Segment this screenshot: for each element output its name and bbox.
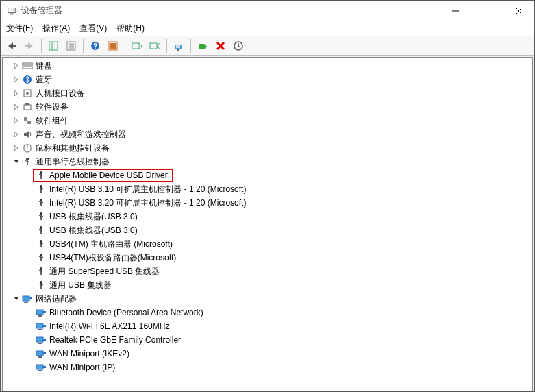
update-driver-button[interactable]: [171, 38, 187, 54]
tree-label: USB4(TM) 主机路由器 (Microsoft): [49, 238, 173, 250]
svg-rect-21: [132, 43, 139, 49]
svg-rect-39: [27, 121, 31, 124]
chevron-right-icon[interactable]: [12, 130, 21, 138]
tree-category-mouse[interactable]: 鼠标和其他指针设备: [3, 141, 532, 155]
chevron-right-icon[interactable]: [12, 117, 21, 125]
tree-item-intel-wifi[interactable]: Intel(R) Wi-Fi 6E AX211 160MHz: [16, 319, 532, 333]
tree-item-usb4-root[interactable]: USB4(TM)根设备路由器(Microsoft): [16, 251, 532, 265]
svg-rect-95: [43, 352, 46, 354]
tree-label: USB4(TM)根设备路由器(Microsoft): [49, 252, 176, 264]
svg-point-35: [26, 92, 29, 95]
tree-label: WAN Miniport (IP): [49, 363, 115, 372]
chevron-right-icon[interactable]: [12, 62, 21, 70]
tree-category-bluetooth[interactable]: 蓝牙: [3, 73, 532, 86]
usb-icon: [36, 211, 47, 222]
scan-changes-button[interactable]: [230, 38, 247, 54]
svg-rect-87: [36, 323, 43, 328]
tree-category-software-devices[interactable]: 软件设备: [3, 100, 532, 114]
svg-rect-93: [36, 351, 43, 356]
tree-item-superspeed-hub[interactable]: 通用 SuperSpeed USB 集线器: [16, 265, 532, 278]
svg-rect-11: [49, 42, 58, 50]
network-adapter-icon: [36, 321, 47, 332]
chevron-down-icon[interactable]: [12, 158, 21, 166]
network-adapter-icon: [36, 348, 47, 359]
minimize-button[interactable]: [440, 1, 471, 21]
add-legacy-button[interactable]: [147, 38, 163, 54]
toolbar: ?: [1, 36, 534, 56]
forward-button[interactable]: [21, 38, 38, 54]
svg-rect-82: [24, 302, 28, 303]
tree-category-sound[interactable]: 声音、视频和游戏控制器: [3, 127, 532, 141]
close-button[interactable]: [503, 1, 534, 21]
tree-item-intel-usb310[interactable]: Intel(R) USB 3.10 可扩展主机控制器 - 1.20 (Micro…: [16, 182, 532, 196]
uninstall-device-button[interactable]: [212, 38, 229, 54]
back-button[interactable]: [3, 38, 20, 54]
usb-icon: [36, 225, 47, 236]
chevron-right-icon[interactable]: [12, 75, 21, 84]
usb-icon: [36, 266, 47, 277]
tree-label: Intel(R) USB 3.20 可扩展主机控制器 - 1.20 (Micro…: [49, 197, 246, 209]
tree-category-usb-controllers[interactable]: 通用串行总线控制器: [3, 155, 532, 169]
tree-item-wan-ikev2[interactable]: WAN Miniport (IKEv2): [16, 347, 532, 360]
svg-rect-94: [38, 356, 42, 358]
tree-item-wan-ip[interactable]: WAN Miniport (IP): [16, 360, 532, 374]
device-manager-icon: [6, 5, 17, 16]
usb-icon: [36, 280, 47, 291]
svg-point-4: [13, 9, 14, 10]
usb-icon: [36, 184, 47, 195]
help-button[interactable]: ?: [87, 38, 103, 54]
svg-rect-85: [38, 315, 42, 317]
tree-label: 鼠标和其他指针设备: [36, 143, 110, 154]
svg-rect-89: [43, 325, 46, 327]
menu-help[interactable]: 帮助(H): [116, 23, 145, 34]
tree-item-usb-root-hub-1[interactable]: USB 根集线器(USB 3.0): [16, 210, 532, 223]
tree-item-realtek-gbe[interactable]: Realtek PCIe GbE Family Controller: [16, 333, 532, 347]
svg-rect-1: [10, 13, 13, 14]
svg-rect-38: [24, 117, 27, 121]
svg-rect-25: [177, 49, 179, 51]
tree-label: 通用 SuperSpeed USB 集线器: [49, 266, 160, 278]
software-device-icon: [22, 101, 33, 112]
toolbar-separator: [41, 39, 42, 53]
bluetooth-icon: [22, 74, 33, 85]
action-button[interactable]: [105, 38, 121, 54]
titlebar: 设备管理器: [1, 1, 534, 21]
svg-rect-26: [199, 44, 204, 49]
scan-hardware-button[interactable]: [129, 38, 145, 54]
properties-button[interactable]: [63, 38, 79, 54]
tree-category-hid[interactable]: 人机接口设备: [3, 86, 532, 100]
tree-item-usb4-host[interactable]: USB4(TM) 主机路由器 (Microsoft): [16, 237, 532, 251]
tree-item-bluetooth-pan[interactable]: Bluetooth Device (Personal Area Network): [16, 306, 532, 319]
toolbar-separator: [125, 39, 125, 53]
svg-rect-92: [43, 339, 46, 341]
tree-label: 键盘: [36, 60, 52, 72]
tree-item-intel-usb320[interactable]: Intel(R) USB 3.20 可扩展主机控制器 - 1.20 (Micro…: [16, 196, 532, 210]
chevron-right-icon[interactable]: [12, 144, 21, 152]
svg-rect-86: [43, 311, 46, 313]
tree-category-keyboard[interactable]: 键盘: [3, 59, 532, 73]
svg-rect-90: [36, 337, 43, 342]
show-hide-tree-button[interactable]: [45, 38, 62, 54]
menu-file[interactable]: 文件(F): [6, 23, 33, 34]
svg-rect-22: [150, 43, 157, 49]
chevron-down-icon[interactable]: [12, 295, 21, 303]
tree-item-apple-usb-driver[interactable]: Apple Mobile Device USB Driver: [16, 169, 532, 182]
tree-label: 软件组件: [36, 115, 69, 127]
device-tree-panel[interactable]: 键盘 蓝牙 人机接口设备 软件设备 软件组件: [2, 57, 533, 391]
speaker-icon: [22, 129, 33, 140]
maximize-button[interactable]: [471, 1, 503, 21]
menu-view[interactable]: 查看(V): [79, 23, 107, 34]
tree-category-software-components[interactable]: 软件组件: [3, 114, 532, 127]
chevron-right-icon[interactable]: [12, 89, 21, 97]
enable-device-button[interactable]: [195, 38, 211, 54]
tree-label: 蓝牙: [36, 74, 52, 86]
chevron-right-icon[interactable]: [12, 103, 21, 111]
tree-label: 通用串行总线控制器: [36, 156, 110, 168]
svg-rect-36: [24, 105, 31, 110]
tree-category-network-adapters[interactable]: 网络适配器: [3, 292, 532, 306]
menu-action[interactable]: 操作(A): [42, 23, 70, 34]
tree-item-generic-usb-hub[interactable]: 通用 USB 集线器: [16, 278, 532, 292]
svg-rect-9: [12, 45, 16, 47]
tree-label: 网络适配器: [36, 293, 77, 305]
tree-item-usb-root-hub-2[interactable]: USB 根集线器(USB 3.0): [16, 223, 532, 237]
